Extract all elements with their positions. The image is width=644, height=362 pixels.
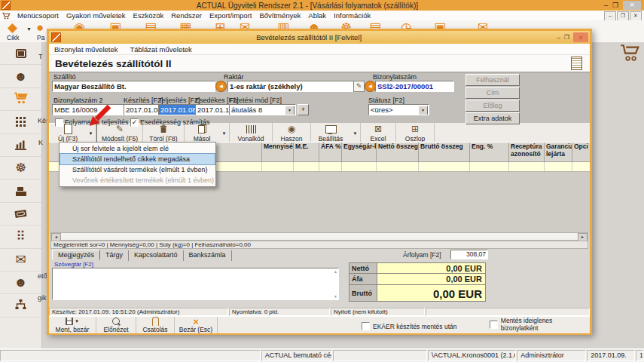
fizetesi-mod-select[interactable]: átutalás 8 ▼ [229,104,296,115]
beallitas-dropdown-icon[interactable]: ▼ [350,123,361,143]
raktar-input[interactable]: 1-es raktár (székhely) [227,81,354,92]
masol-button[interactable]: Másol [185,123,219,143]
cikk-dropdown-icon[interactable]: ▼ [26,26,32,32]
menu-menucsoport[interactable]: Menücsoport [14,11,63,20]
esedekes-input[interactable]: 2017.01.16. [195,104,230,115]
raktar-edit-icon[interactable]: ✎ [353,81,365,92]
menu-export-import[interactable]: Export/import [206,11,256,20]
cikk-label: Cikk [7,34,20,41]
szovegtar-link[interactable]: Szövegtár [F2] [54,261,93,268]
tab-bankszamla[interactable]: Bankszámla [184,250,232,261]
sidebar-item-inventory[interactable] [0,111,41,133]
fizetesi-mod-dropdown-icon[interactable]: ▼ [285,106,295,115]
bezar-label: Bezár (Esc) [179,326,212,333]
excel-button[interactable]: ⊠ Excel [361,123,396,143]
sidebar-item-modules[interactable]: ⠿ [0,225,41,248]
bizonylatszam-input[interactable]: SSl2-2017/00001 [375,81,454,92]
masol-dropdown-icon[interactable]: ▼ [219,123,230,143]
sidebar-item-logic[interactable] [0,294,41,317]
mentes-ideiglenes-checkbox[interactable] [490,321,498,329]
dialog-close-button[interactable]: x [573,32,588,42]
sidebar-item-settings[interactable]: ☸ [0,157,41,179]
beallitas-button[interactable]: Beállítás [311,123,350,143]
tab-kapcsolattarto[interactable]: Kapcsolattartó [129,250,184,261]
statusz-dropdown-icon[interactable]: ▼ [418,106,428,115]
cikk-icon[interactable]: ◆ [8,21,17,35]
eloleg-button[interactable]: Előleg [465,100,520,112]
mail-out-icon: ✉ [15,253,26,266]
torol-button[interactable]: Töröl (F8) [143,123,185,143]
column-header[interactable]: ÁFA % [319,143,342,162]
horizontal-scrollbar[interactable]: ◄ ► [50,232,588,241]
bezar-button[interactable]: × Bezár (Esc) [175,317,218,333]
sidebar-item-mail[interactable]: ✉ [0,249,41,272]
szallito-select-icon[interactable]: ◄ [215,81,227,92]
column-header[interactable]: Mennyiség [262,143,294,162]
menu-rendszer[interactable]: Rendszer [167,11,206,20]
keszites-input[interactable]: 2017.01.08. [124,104,159,115]
statusz-select[interactable]: <üres> ▼ [368,104,429,115]
column-header[interactable]: Eng. % [470,143,509,162]
menu-bovitmenyek[interactable]: Bővítmények [255,11,304,20]
cim-button[interactable]: Cím [465,87,520,99]
menu-tablazat-muveletek[interactable]: Táblázat műveletek [130,45,191,54]
column-header[interactable]: Garancia lejárta [545,143,572,162]
ekaer-checkbox[interactable] [362,322,370,330]
column-header[interactable]: Egységár-ke [342,143,377,162]
sidebar-item-purchase[interactable] [0,88,41,111]
oszlop-button[interactable]: ⊞ Oszlop [396,123,435,143]
ment-bezar-button[interactable]: ▼ Ment, bezár [49,317,96,333]
sidebar-item-courier[interactable]: ☻ [0,65,41,87]
menu-item-rendelheto-cikkek[interactable]: Szállítótól rendelhető cikkek megadása [60,154,215,164]
sidebar-item-register[interactable] [0,179,41,202]
elonezet-button[interactable]: Előnézet [96,317,136,333]
menu-gyakori-muveletek[interactable]: Gyakori műveletek [63,11,130,20]
sidebar-item-reports[interactable] [0,134,41,157]
teljesites-input[interactable]: 2017.01.08. [158,104,196,115]
tab-targy[interactable]: Tárgy [100,250,129,261]
maximize-button[interactable]: ❐ [612,2,618,9]
dialog-minimize-button[interactable]: – [557,34,560,41]
memo-scroll-down-icon[interactable]: ▼ [334,294,337,299]
felhasznal-button[interactable]: Felhasznál [465,74,520,86]
fizetesi-mod-add-button[interactable]: + [298,104,309,115]
tab-megjegyzes[interactable]: Megjegyzés [52,250,100,260]
save-dropdown-icon[interactable]: ▼ [75,319,79,324]
folyamatos-checkbox[interactable] [55,118,63,127]
menu-item-uj-sor[interactable]: Új sor felvitele a kijelölt elem elé [60,143,215,154]
menu-ablak[interactable]: Ablak [304,11,330,20]
column-header[interactable]: M.E. [294,143,319,162]
column-header[interactable]: Receptúra azonosító [509,143,545,162]
column-header[interactable]: Nettó összeg [377,143,419,162]
extra-adatok-button[interactable]: Extra adatok [465,112,520,124]
brutto-row: Bruttó 0,00 EUR [349,285,486,302]
sidebar-item-money[interactable] [0,203,41,225]
sidebar-item-safe[interactable] [0,42,41,65]
menu-item-vasarolt-termekek[interactable]: Szállítótól vásárolt termékek (elmúlt 1 … [60,164,215,175]
vonalkod-button[interactable]: Vonalkód [230,123,273,143]
esedekesseg-checkbox[interactable]: ✓ [130,118,139,127]
sidebar-item-manager[interactable]: ☻ [0,272,41,294]
menu-eszkozok[interactable]: Eszközök [130,11,168,20]
minimize-button[interactable]: – [604,2,608,9]
memo-scroll-up-icon[interactable]: ▲ [334,269,337,274]
menu-bizonylat-muveletek[interactable]: Bizonylat műveletek [54,45,118,54]
menu-informaciok[interactable]: Információk [330,11,374,20]
csatolas-button[interactable]: Csatolás [136,317,175,333]
copy-icon [198,124,206,134]
column-header[interactable]: Opci [572,143,590,162]
mentes-checkbox-row: Mentés ideiglenes bizonylatként [490,317,590,332]
megjegyzes-textarea[interactable]: ▲ ▼ [52,268,339,300]
sidebar-label-fragment: gik [38,294,47,302]
haszon-button[interactable]: ◉ Haszon [273,123,311,143]
column-header[interactable]: Bruttó összeg [419,143,470,162]
close-button[interactable]: ✕ [623,1,641,10]
notes-icon[interactable] [571,57,582,70]
arfolyam-input[interactable]: 308,07 [450,250,488,259]
mentes-ideiglenes-label: Mentés ideiglenes bizonylatként [501,317,590,332]
partner-icon[interactable]: ● [36,21,44,35]
szallito-input[interactable]: Magyar Beszállító Bt. [52,81,215,92]
dialog-maximize-button[interactable]: ❐ [564,34,569,41]
raktar-select-icon[interactable]: ◄ [365,81,376,92]
puzzle-icon: ⠿ [16,230,25,243]
